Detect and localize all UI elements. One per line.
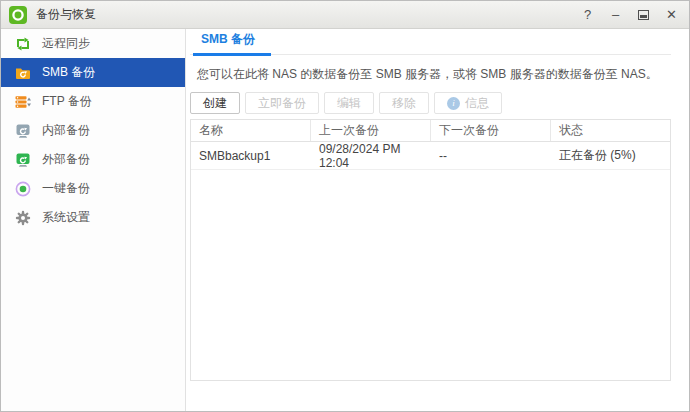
backup-now-button-label: 立即备份 [258, 95, 306, 112]
table-header: 名称 上一次备份 下一次备份 状态 [191, 120, 670, 142]
sidebar-item-remote-sync[interactable]: 远程同步 [1, 29, 185, 58]
cell-status: 正在备份 (5%) [551, 142, 670, 169]
tab-smb-backup[interactable]: SMB 备份 [193, 29, 271, 55]
sidebar-item-label: 一键备份 [42, 180, 90, 197]
create-button-label: 创建 [203, 95, 227, 112]
main-content: SMB 备份 您可以在此将 NAS 的数据备份至 SMB 服务器，或将 SMB … [186, 29, 689, 411]
sidebar-item-label: 内部备份 [42, 122, 90, 139]
close-button[interactable]: ✕ [664, 6, 679, 24]
window-controls: ? – ✕ [580, 6, 679, 24]
table-row[interactable]: SMBbackup1 09/28/2024 PM 12:04 -- 正在备份 (… [191, 142, 670, 170]
sidebar-item-label: 外部备份 [42, 151, 90, 168]
cell-name: SMBbackup1 [191, 142, 311, 169]
sidebar: 远程同步 SMB 备份 [1, 29, 186, 411]
backup-now-button[interactable]: 立即备份 [245, 92, 319, 114]
sidebar-item-label: 系统设置 [42, 209, 90, 226]
edit-button-label: 编辑 [337, 95, 361, 112]
remove-button[interactable]: 移除 [379, 92, 429, 114]
sidebar-item-internal-backup[interactable]: 内部备份 [1, 116, 185, 145]
app-window: 备份与恢复 ? – ✕ 远程同步 [0, 0, 690, 412]
smb-backup-icon [15, 65, 31, 81]
ftp-backup-icon [15, 94, 31, 110]
sidebar-item-label: SMB 备份 [42, 64, 95, 81]
sidebar-item-system-settings[interactable]: 系统设置 [1, 203, 185, 232]
maximize-button[interactable] [636, 6, 651, 24]
column-header-last-backup[interactable]: 上一次备份 [311, 120, 431, 141]
sidebar-item-external-backup[interactable]: 外部备份 [1, 145, 185, 174]
internal-backup-icon [15, 123, 31, 139]
external-backup-icon [15, 152, 31, 168]
toolbar: 创建 立即备份 编辑 移除 i 信息 [190, 92, 671, 114]
sidebar-item-label: FTP 备份 [42, 93, 92, 110]
cell-last-backup: 09/28/2024 PM 12:04 [311, 142, 431, 169]
system-settings-gear-icon [15, 210, 31, 226]
page-description: 您可以在此将 NAS 的数据备份至 SMB 服务器，或将 SMB 服务器的数据备… [197, 66, 671, 83]
info-circle-icon: i [447, 97, 460, 110]
sidebar-item-one-click-backup[interactable]: 一键备份 [1, 174, 185, 203]
sidebar-item-ftp-backup[interactable]: FTP 备份 [1, 87, 185, 116]
edit-button[interactable]: 编辑 [324, 92, 374, 114]
titlebar: 备份与恢复 ? – ✕ [1, 1, 689, 29]
column-header-next-backup[interactable]: 下一次备份 [431, 120, 551, 141]
column-header-name[interactable]: 名称 [191, 120, 311, 141]
column-header-status[interactable]: 状态 [551, 120, 670, 141]
remove-button-label: 移除 [392, 95, 416, 112]
one-click-backup-icon [15, 181, 31, 197]
cell-next-backup: -- [431, 142, 551, 169]
maximize-icon [638, 10, 649, 20]
help-button[interactable]: ? [580, 6, 595, 24]
info-button[interactable]: i 信息 [434, 92, 502, 114]
minimize-button[interactable]: – [608, 6, 623, 24]
create-button[interactable]: 创建 [190, 92, 240, 114]
remote-sync-icon [15, 36, 31, 52]
tab-bar: SMB 备份 [190, 29, 671, 55]
info-button-label: 信息 [465, 95, 489, 112]
backup-jobs-table: 名称 上一次备份 下一次备份 状态 SMBbackup1 09/28/2024 … [190, 119, 671, 381]
app-logo-icon [9, 6, 27, 24]
window-title: 备份与恢复 [36, 6, 96, 23]
sidebar-item-label: 远程同步 [42, 35, 90, 52]
sidebar-item-smb-backup[interactable]: SMB 备份 [1, 58, 185, 87]
